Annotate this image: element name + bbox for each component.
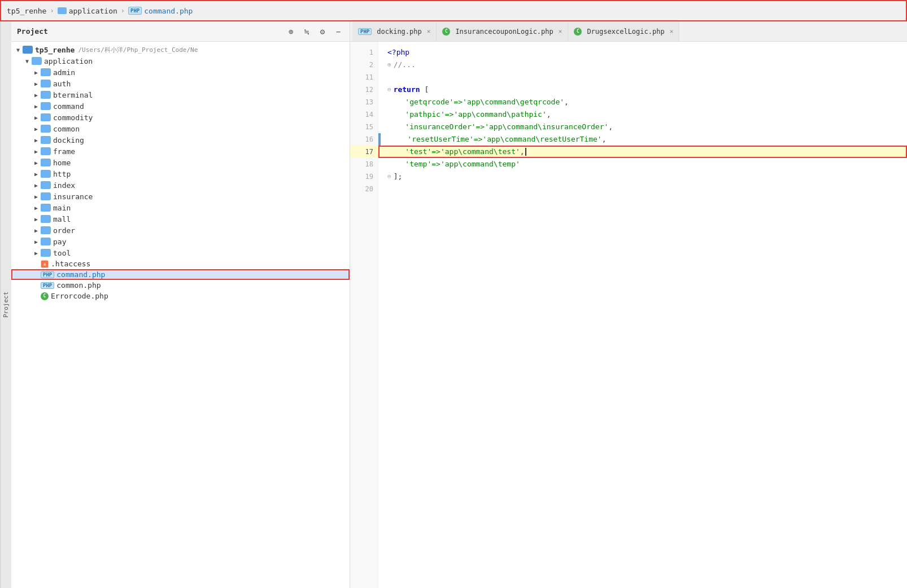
tree-item-tool[interactable]: tool xyxy=(11,247,350,258)
settings-icon[interactable]: ⚙ xyxy=(317,26,328,37)
ln-11: 11 xyxy=(350,71,378,84)
tab-docking[interactable]: PHP docking.php ✕ xyxy=(352,21,437,41)
label-admin: admin xyxy=(53,68,75,77)
ln-18: 18 xyxy=(350,158,378,170)
tree-item-bterminal[interactable]: bterminal xyxy=(11,89,350,100)
close-sidebar-icon[interactable]: − xyxy=(333,26,344,37)
code-line-16: 'resetUserTime'=>'app\command\resetUserT… xyxy=(378,133,907,146)
ln-13: 13 xyxy=(350,96,378,108)
code-line-13: 'getqrcode'=>'app\command\getqrcode', xyxy=(378,96,907,108)
tab-insurance[interactable]: C InsurancecouponLogic.php ✕ xyxy=(437,21,568,41)
ln-15: 15 xyxy=(350,121,378,133)
tree-item-http[interactable]: http xyxy=(11,168,350,179)
code-line-11 xyxy=(378,71,907,84)
tree-item-command[interactable]: command xyxy=(11,100,350,112)
tab-drugs-close[interactable]: ✕ xyxy=(670,28,674,35)
folder-icon-order xyxy=(41,226,51,234)
tree-item-pay[interactable]: pay xyxy=(11,236,350,247)
folder-icon-frame xyxy=(41,147,51,155)
vertical-project-tab[interactable]: Project xyxy=(0,21,11,588)
tree-item-home[interactable]: home xyxy=(11,157,350,168)
breadcrumb-file[interactable]: PHP command.php xyxy=(128,7,193,15)
label-errorcode-php: Errorcode.php xyxy=(51,292,108,300)
arrow-index xyxy=(32,181,41,190)
tree-item-commodity[interactable]: commodity xyxy=(11,112,350,123)
folder-icon-application xyxy=(32,57,42,65)
c-badge-tab-drugs: C xyxy=(574,28,582,36)
tree-item-frame[interactable]: frame xyxy=(11,146,350,157)
label-application: application xyxy=(44,57,93,65)
arrow-common xyxy=(32,124,41,133)
label-auth: auth xyxy=(53,80,71,88)
arrow-pay xyxy=(32,237,41,246)
label-docking: docking xyxy=(53,136,84,144)
tab-docking-close[interactable]: ✕ xyxy=(427,28,431,35)
label-order: order xyxy=(53,226,75,235)
ln-16: 16 xyxy=(350,133,378,146)
folder-icon-index xyxy=(41,181,51,189)
tree-item-order[interactable]: order xyxy=(11,225,350,236)
add-icon[interactable]: ⊕ xyxy=(285,26,296,37)
tree-item-command-php[interactable]: PHP command.php xyxy=(11,269,350,280)
tab-insurance-label: InsurancecouponLogic.php xyxy=(455,28,553,36)
label-pay: pay xyxy=(53,238,66,246)
tree-item-insurance[interactable]: insurance xyxy=(11,191,350,202)
c-badge-errorcode: C xyxy=(41,292,49,300)
tree-item-application[interactable]: application xyxy=(11,55,350,67)
tree-item-docking[interactable]: docking xyxy=(11,134,350,146)
sidebar-title: Project xyxy=(17,27,281,36)
folder-icon-http xyxy=(41,170,51,178)
code-line-15: 'insuranceOrder'=>'app\command\insurance… xyxy=(378,121,907,133)
arrow-auth xyxy=(32,79,41,88)
tree-item-main[interactable]: main xyxy=(11,202,350,213)
root-label: tp5_renhe xyxy=(35,46,75,54)
c-badge-tab-insurance: C xyxy=(442,28,450,36)
tab-docking-label: docking.php xyxy=(377,28,421,36)
arrow-insurance xyxy=(32,192,41,201)
label-command: command xyxy=(53,102,84,111)
tree-item-common[interactable]: common xyxy=(11,123,350,134)
arrow-tool xyxy=(32,248,41,257)
arrow-mall xyxy=(32,214,41,223)
breadcrumb-app-label: application xyxy=(69,7,117,15)
tree-item-auth[interactable]: auth xyxy=(11,78,350,89)
tree-item-common-php[interactable]: PHP common.php xyxy=(11,280,350,291)
ln-1: 1 xyxy=(350,46,378,59)
label-tool: tool xyxy=(53,249,71,257)
tree-item-htaccess[interactable]: H .htaccess xyxy=(11,258,350,269)
label-main: main xyxy=(53,204,71,212)
php-badge-common: PHP xyxy=(41,282,54,289)
main-layout: Project Project ⊕ ≒ ⚙ − tp5_renhe /Users… xyxy=(0,21,907,588)
folder-icon-pay xyxy=(41,238,51,245)
folder-icon-home xyxy=(41,159,51,166)
folder-icon-docking xyxy=(41,136,51,144)
tree-item-errorcode-php[interactable]: C Errorcode.php xyxy=(11,291,350,301)
arrow-bterminal xyxy=(32,90,41,99)
tab-drugs[interactable]: C DrugsexcelLogic.php ✕ xyxy=(568,21,679,41)
collapse-icon[interactable]: ≒ xyxy=(301,26,312,37)
ln-14: 14 xyxy=(350,108,378,121)
breadcrumb-application[interactable]: application xyxy=(58,7,117,15)
tree-item-index[interactable]: index xyxy=(11,179,350,191)
label-command-php: command.php xyxy=(56,270,105,279)
breadcrumb-root[interactable]: tp5_renhe xyxy=(7,7,46,15)
code-line-20 xyxy=(378,183,907,195)
label-bterminal: bterminal xyxy=(53,91,93,99)
ln-20: 20 xyxy=(350,183,378,195)
arrow-commodity xyxy=(32,113,41,122)
tree-root[interactable]: tp5_renhe /Users/科小洋/Php_Project_Code/Ne xyxy=(11,44,350,55)
tree-item-admin[interactable]: admin xyxy=(11,67,350,78)
code-content[interactable]: <?php ⊕ //... ⊖ return [ 'getqrcode'=>'a… xyxy=(378,42,907,588)
tree-item-mall[interactable]: mall xyxy=(11,213,350,225)
arrow-docking xyxy=(32,135,41,144)
tab-insurance-close[interactable]: ✕ xyxy=(559,28,562,35)
arrow-home xyxy=(32,158,41,167)
arrow-admin xyxy=(32,68,41,77)
code-line-17: 'test'=>'app\command\test', xyxy=(378,146,907,158)
tab-drugs-label: DrugsexcelLogic.php xyxy=(587,28,664,36)
folder-icon-main xyxy=(41,204,51,212)
label-http: http xyxy=(53,170,71,178)
php-badge-breadcrumb: PHP xyxy=(128,7,142,15)
label-htaccess: .htaccess xyxy=(51,260,90,268)
arrow-frame xyxy=(32,147,41,156)
